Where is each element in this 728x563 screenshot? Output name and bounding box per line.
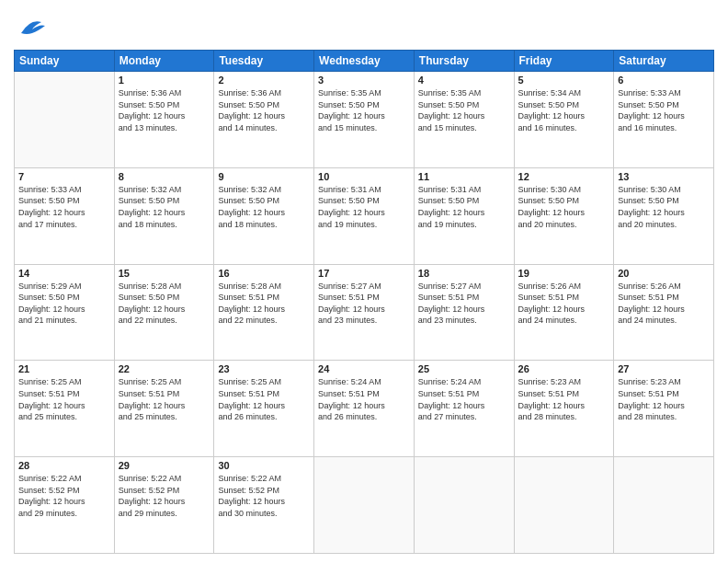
calendar-cell: 23Sunrise: 5:25 AM Sunset: 5:51 PM Dayli… [214,361,314,457]
day-number: 17 [318,268,410,279]
day-info: Sunrise: 5:25 AM Sunset: 5:51 PM Dayligh… [18,376,110,422]
calendar-cell: 18Sunrise: 5:27 AM Sunset: 5:51 PM Dayli… [414,264,514,361]
day-number: 13 [618,171,710,182]
calendar-cell [514,457,614,554]
calendar-cell: 30Sunrise: 5:22 AM Sunset: 5:52 PM Dayli… [214,457,314,554]
weekday-header-wednesday: Wednesday [314,51,415,72]
day-number: 26 [518,363,610,374]
calendar-cell: 25Sunrise: 5:24 AM Sunset: 5:51 PM Dayli… [414,361,514,457]
day-info: Sunrise: 5:36 AM Sunset: 5:50 PM Dayligh… [119,87,210,133]
day-number: 23 [218,363,310,374]
day-number: 24 [318,363,410,374]
day-info: Sunrise: 5:35 AM Sunset: 5:50 PM Dayligh… [318,87,410,133]
calendar: SundayMondayTuesdayWednesdayThursdayFrid… [14,50,714,554]
day-info: Sunrise: 5:23 AM Sunset: 5:51 PM Dayligh… [518,376,610,422]
calendar-cell: 29Sunrise: 5:22 AM Sunset: 5:52 PM Dayli… [114,457,214,554]
page: SundayMondayTuesdayWednesdayThursdayFrid… [0,0,728,563]
day-number: 5 [518,75,610,86]
day-number: 16 [218,268,310,279]
day-number: 19 [518,268,610,279]
calendar-header: SundayMondayTuesdayWednesdayThursdayFrid… [15,51,714,72]
day-number: 20 [618,268,710,279]
day-info: Sunrise: 5:31 AM Sunset: 5:50 PM Dayligh… [318,184,410,230]
day-number: 10 [318,171,410,182]
day-number: 4 [418,75,510,86]
logo-icon [14,9,49,44]
calendar-cell: 8Sunrise: 5:32 AM Sunset: 5:50 PM Daylig… [114,167,214,264]
weekday-header-friday: Friday [514,51,614,72]
day-number: 15 [119,268,210,279]
calendar-cell: 15Sunrise: 5:28 AM Sunset: 5:50 PM Dayli… [114,264,214,361]
calendar-cell [15,72,115,168]
header [14,9,714,44]
calendar-cell: 12Sunrise: 5:30 AM Sunset: 5:50 PM Dayli… [514,167,614,264]
day-info: Sunrise: 5:30 AM Sunset: 5:50 PM Dayligh… [518,184,610,230]
day-info: Sunrise: 5:24 AM Sunset: 5:51 PM Dayligh… [418,376,510,422]
day-info: Sunrise: 5:36 AM Sunset: 5:50 PM Dayligh… [218,87,310,133]
weekday-header-saturday: Saturday [614,51,714,72]
calendar-cell: 7Sunrise: 5:33 AM Sunset: 5:50 PM Daylig… [15,167,115,264]
calendar-cell [314,457,415,554]
day-info: Sunrise: 5:22 AM Sunset: 5:52 PM Dayligh… [218,473,310,519]
weekday-header-sunday: Sunday [15,51,115,72]
day-number: 3 [318,75,410,86]
day-number: 25 [418,363,510,374]
calendar-cell: 2Sunrise: 5:36 AM Sunset: 5:50 PM Daylig… [214,72,314,168]
day-number: 18 [418,268,510,279]
calendar-cell [614,457,714,554]
day-number: 11 [418,171,510,182]
day-number: 27 [618,363,710,374]
day-info: Sunrise: 5:26 AM Sunset: 5:51 PM Dayligh… [618,281,710,327]
calendar-cell: 9Sunrise: 5:32 AM Sunset: 5:50 PM Daylig… [214,167,314,264]
weekday-header-tuesday: Tuesday [214,51,314,72]
calendar-cell: 16Sunrise: 5:28 AM Sunset: 5:51 PM Dayli… [214,264,314,361]
calendar-cell: 17Sunrise: 5:27 AM Sunset: 5:51 PM Dayli… [314,264,415,361]
weekday-row: SundayMondayTuesdayWednesdayThursdayFrid… [15,51,714,72]
logo [14,9,52,44]
day-number: 1 [119,75,210,86]
day-info: Sunrise: 5:32 AM Sunset: 5:50 PM Dayligh… [119,184,210,230]
calendar-cell: 28Sunrise: 5:22 AM Sunset: 5:52 PM Dayli… [15,457,115,554]
calendar-week-4: 28Sunrise: 5:22 AM Sunset: 5:52 PM Dayli… [15,457,714,554]
day-number: 28 [18,460,110,471]
calendar-week-3: 21Sunrise: 5:25 AM Sunset: 5:51 PM Dayli… [15,361,714,457]
day-number: 22 [119,363,210,374]
day-info: Sunrise: 5:33 AM Sunset: 5:50 PM Dayligh… [18,184,110,230]
weekday-header-thursday: Thursday [414,51,514,72]
day-info: Sunrise: 5:32 AM Sunset: 5:50 PM Dayligh… [218,184,310,230]
day-info: Sunrise: 5:25 AM Sunset: 5:51 PM Dayligh… [119,376,210,422]
day-number: 30 [218,460,310,471]
day-number: 29 [119,460,210,471]
day-number: 8 [119,171,210,182]
day-number: 14 [18,268,110,279]
day-info: Sunrise: 5:25 AM Sunset: 5:51 PM Dayligh… [218,376,310,422]
calendar-cell: 3Sunrise: 5:35 AM Sunset: 5:50 PM Daylig… [314,72,415,168]
day-info: Sunrise: 5:29 AM Sunset: 5:50 PM Dayligh… [18,281,110,327]
day-info: Sunrise: 5:34 AM Sunset: 5:50 PM Dayligh… [518,87,610,133]
calendar-week-2: 14Sunrise: 5:29 AM Sunset: 5:50 PM Dayli… [15,264,714,361]
calendar-cell: 5Sunrise: 5:34 AM Sunset: 5:50 PM Daylig… [514,72,614,168]
calendar-week-1: 7Sunrise: 5:33 AM Sunset: 5:50 PM Daylig… [15,167,714,264]
day-number: 9 [218,171,310,182]
calendar-cell: 1Sunrise: 5:36 AM Sunset: 5:50 PM Daylig… [114,72,214,168]
day-number: 7 [18,171,110,182]
day-info: Sunrise: 5:26 AM Sunset: 5:51 PM Dayligh… [518,281,610,327]
calendar-body: 1Sunrise: 5:36 AM Sunset: 5:50 PM Daylig… [15,72,714,554]
calendar-cell: 24Sunrise: 5:24 AM Sunset: 5:51 PM Dayli… [314,361,415,457]
day-info: Sunrise: 5:33 AM Sunset: 5:50 PM Dayligh… [618,87,710,133]
calendar-cell: 20Sunrise: 5:26 AM Sunset: 5:51 PM Dayli… [614,264,714,361]
calendar-cell: 21Sunrise: 5:25 AM Sunset: 5:51 PM Dayli… [15,361,115,457]
calendar-cell: 13Sunrise: 5:30 AM Sunset: 5:50 PM Dayli… [614,167,714,264]
day-info: Sunrise: 5:22 AM Sunset: 5:52 PM Dayligh… [119,473,210,519]
calendar-cell: 6Sunrise: 5:33 AM Sunset: 5:50 PM Daylig… [614,72,714,168]
day-info: Sunrise: 5:23 AM Sunset: 5:51 PM Dayligh… [618,376,710,422]
day-number: 6 [618,75,710,86]
day-info: Sunrise: 5:27 AM Sunset: 5:51 PM Dayligh… [318,281,410,327]
calendar-cell [414,457,514,554]
calendar-cell: 4Sunrise: 5:35 AM Sunset: 5:50 PM Daylig… [414,72,514,168]
day-number: 12 [518,171,610,182]
day-info: Sunrise: 5:24 AM Sunset: 5:51 PM Dayligh… [318,376,410,422]
day-info: Sunrise: 5:30 AM Sunset: 5:50 PM Dayligh… [618,184,710,230]
day-number: 2 [218,75,310,86]
calendar-cell: 27Sunrise: 5:23 AM Sunset: 5:51 PM Dayli… [614,361,714,457]
